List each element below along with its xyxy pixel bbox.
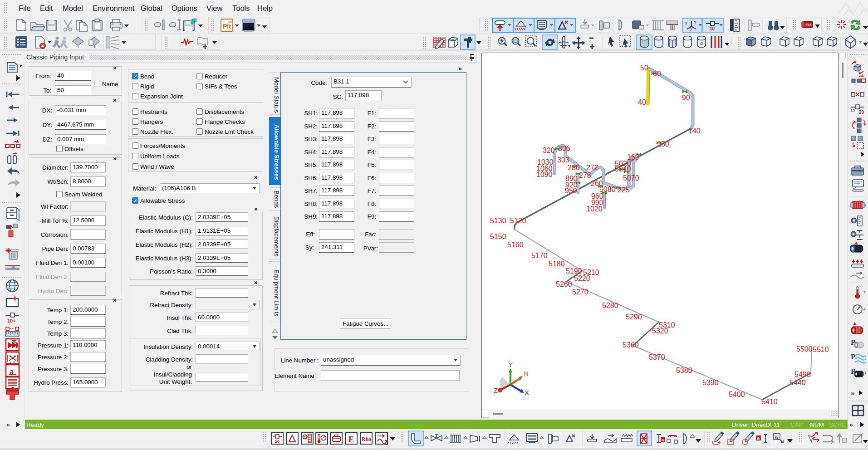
svg-text:1090: 1090 <box>536 171 553 178</box>
svg-text:cw: cw <box>228 20 233 23</box>
svg-text:5130: 5130 <box>490 217 506 225</box>
svg-text:Y: Y <box>694 20 696 24</box>
svg-text:10: 10 <box>275 439 280 444</box>
svg-text:1020: 1020 <box>586 205 603 213</box>
svg-text:5380: 5380 <box>676 367 692 374</box>
svg-text:5370: 5370 <box>649 353 665 361</box>
svg-text:303: 303 <box>557 156 569 164</box>
svg-text:X: X <box>525 389 529 396</box>
svg-text:50: 50 <box>640 64 648 72</box>
svg-text:113: 113 <box>805 23 812 27</box>
svg-text:a: a <box>757 436 760 441</box>
svg-text:!: ! <box>856 322 858 326</box>
svg-text:5070: 5070 <box>623 174 639 182</box>
svg-text:10: 10 <box>850 108 855 113</box>
svg-text:x: x <box>685 21 687 25</box>
svg-text:5220: 5220 <box>574 274 590 282</box>
svg-text:5390: 5390 <box>702 379 719 386</box>
svg-text:40: 40 <box>638 98 646 106</box>
svg-text:5500: 5500 <box>796 345 813 353</box>
svg-text:5160: 5160 <box>507 241 524 249</box>
svg-text:5170: 5170 <box>531 252 548 259</box>
svg-text:60: 60 <box>653 70 661 78</box>
svg-text:320: 320 <box>543 147 555 154</box>
svg-text:5270: 5270 <box>572 288 588 296</box>
svg-text:140: 140 <box>688 127 701 135</box>
svg-text:5190: 5190 <box>566 267 582 275</box>
svg-text:5440: 5440 <box>790 379 806 386</box>
svg-text:a: a <box>775 434 778 440</box>
svg-text:!: ! <box>858 241 859 245</box>
svg-text:5290: 5290 <box>626 313 642 321</box>
svg-text:272: 272 <box>586 164 598 171</box>
svg-text:»: » <box>851 389 854 397</box>
svg-text:5400: 5400 <box>729 391 745 398</box>
svg-text:Y: Y <box>508 361 513 368</box>
svg-text:5150: 5150 <box>490 233 506 240</box>
svg-text:280: 280 <box>568 164 580 171</box>
svg-text:5320: 5320 <box>652 327 668 335</box>
svg-text:Z: Z <box>494 386 498 394</box>
svg-text:225: 225 <box>618 186 630 194</box>
svg-text:5180: 5180 <box>549 260 565 268</box>
svg-text:278: 278 <box>579 171 591 179</box>
svg-text:5360: 5360 <box>623 341 639 349</box>
svg-text:5040: 5040 <box>615 165 631 173</box>
svg-text:5280: 5280 <box>602 302 618 309</box>
svg-text:E: E <box>348 435 354 444</box>
svg-text:5490: 5490 <box>794 371 811 378</box>
svg-text:N: N <box>524 370 529 377</box>
svg-text:20: 20 <box>859 110 864 115</box>
svg-text:10: 10 <box>710 26 715 31</box>
svg-text:Rho: Rho <box>362 436 371 442</box>
svg-text:5510: 5510 <box>813 346 829 353</box>
svg-text:5410: 5410 <box>761 398 778 406</box>
svg-text:950: 950 <box>565 187 577 195</box>
svg-text:5260: 5260 <box>556 280 572 288</box>
svg-text:306: 306 <box>558 145 570 152</box>
svg-text:5120: 5120 <box>510 217 526 225</box>
svg-text:Z: Z <box>690 28 692 32</box>
svg-text:90: 90 <box>682 94 690 102</box>
svg-text:P: P <box>851 352 855 361</box>
svg-text:150: 150 <box>657 140 669 148</box>
svg-text:Plt: Plt <box>223 23 231 30</box>
